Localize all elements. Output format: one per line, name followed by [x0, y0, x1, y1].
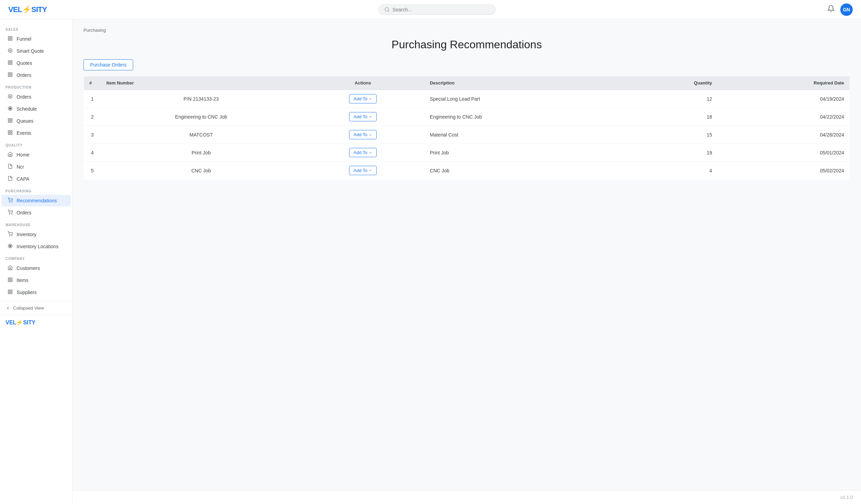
recommendations-table: # Item Number Actions Description Quanti… [83, 76, 850, 180]
svg-rect-19 [8, 119, 9, 120]
sidebar-item-queues[interactable]: Queues [1, 115, 71, 127]
sidebar-section-warehouse: WAREHOUSE [0, 219, 72, 228]
add-to-button[interactable]: Add To [349, 166, 377, 175]
svg-rect-25 [8, 133, 9, 134]
search-input[interactable] [393, 7, 490, 12]
row-required-date: 04/22/2024 [718, 108, 850, 126]
svg-rect-22 [10, 121, 12, 122]
svg-point-30 [11, 214, 12, 214]
sidebar-item-recommendations[interactable]: Recommendations [1, 195, 71, 206]
table-row: 3 MATCOST Add To Material Cost 15 04/28/… [84, 126, 850, 144]
svg-point-0 [385, 8, 389, 11]
capa-icon [7, 176, 13, 182]
sidebar-item-label: Smart Quote [17, 48, 44, 54]
row-action: Add To [301, 144, 424, 162]
items-icon [7, 277, 13, 283]
svg-point-34 [9, 245, 11, 247]
add-to-button[interactable]: Add To [349, 148, 377, 157]
svg-rect-7 [8, 61, 9, 62]
sidebar-item-orders[interactable]: Orders [1, 69, 71, 81]
sidebar-item-events[interactable]: Events [1, 127, 71, 139]
row-description: Material Cost [424, 126, 625, 144]
sidebar-item-smart-quote[interactable]: Smart Quote [1, 45, 71, 57]
table-body: 1 P/N 2134133-23 Add To Special Long Lea… [84, 90, 850, 180]
collapsed-view-button[interactable]: Collapsed View [0, 301, 72, 315]
purchasing-orders-icon [7, 210, 13, 216]
col-num: # [84, 76, 101, 90]
row-action: Add To [301, 108, 424, 126]
add-to-button[interactable]: Add To [349, 112, 377, 121]
sidebar-item-schedule[interactable]: Schedule [1, 103, 71, 115]
svg-point-15 [8, 94, 12, 98]
search-bar[interactable] [378, 4, 496, 15]
sidebar-item-quotes[interactable]: Quotes [1, 57, 71, 69]
add-to-button[interactable]: Add To [349, 130, 377, 139]
svg-rect-41 [8, 292, 9, 294]
sidebar-item-inventory-locations[interactable]: Inventory Locations [1, 241, 71, 252]
sidebar-item-production-orders[interactable]: Orders [1, 91, 71, 103]
row-num: 5 [84, 162, 101, 180]
sidebar-item-capa[interactable]: CAPA [1, 173, 71, 185]
row-num: 1 [84, 90, 101, 108]
sidebar-section-company: COMPANY [0, 253, 72, 262]
notification-icon[interactable] [827, 5, 835, 14]
add-to-button[interactable]: Add To [349, 94, 377, 103]
svg-point-5 [8, 49, 12, 52]
table-row: 1 P/N 2134133-23 Add To Special Long Lea… [84, 90, 850, 108]
svg-point-27 [9, 202, 10, 202]
row-required-date: 05/01/2024 [718, 144, 850, 162]
sidebar-item-purchasing-orders[interactable]: Orders [1, 207, 71, 219]
svg-rect-9 [8, 63, 9, 64]
svg-rect-21 [8, 121, 9, 122]
svg-rect-11 [8, 73, 9, 74]
sidebar-item-customers[interactable]: Customers [1, 262, 71, 274]
row-num: 4 [84, 144, 101, 162]
queues-icon [7, 118, 13, 124]
col-quantity: Quantity [625, 76, 718, 90]
sidebar-section-quality: QUALITY [0, 139, 72, 149]
table-row: 2 Engineering to CNC Job Add To Engineer… [84, 108, 850, 126]
svg-rect-13 [8, 75, 9, 77]
table-row: 4 Print Job Add To Print Job 19 05/01/20… [84, 144, 850, 162]
orders-icon [7, 72, 13, 78]
smart-quote-icon [7, 48, 13, 54]
sidebar-item-label: Ncr [17, 164, 24, 170]
sidebar: SALES Funnel Smart Quote Quotes Orders P… [0, 19, 72, 504]
svg-rect-38 [10, 280, 12, 282]
sidebar-item-label: Orders [17, 94, 31, 100]
sidebar-item-suppliers[interactable]: Suppliers [1, 286, 71, 298]
avatar[interactable]: GN [840, 3, 853, 16]
sidebar-item-label: Home [17, 152, 29, 158]
sidebar-item-items[interactable]: Items [1, 274, 71, 286]
top-header: VEL ⚡ SITY GN [0, 0, 861, 19]
sidebar-item-funnel[interactable]: Funnel [1, 33, 71, 45]
svg-rect-14 [10, 75, 12, 77]
col-required-date: Required Date [718, 76, 850, 90]
col-description: Description [424, 76, 625, 90]
page-title: Purchasing Recommendations [83, 38, 850, 51]
sidebar-section-production: PRODUCTION [0, 81, 72, 91]
sidebar-item-quality-home[interactable]: Home [1, 149, 71, 161]
sidebar-item-label: Orders [17, 210, 31, 215]
inventory-icon [7, 231, 13, 238]
sidebar-item-label: Funnel [17, 36, 31, 42]
sidebar-item-label: Inventory [17, 232, 37, 237]
svg-rect-3 [8, 39, 9, 40]
sidebar-item-label: Customers [17, 265, 40, 271]
row-quantity: 18 [625, 108, 718, 126]
svg-point-32 [11, 236, 12, 236]
svg-rect-2 [10, 37, 12, 38]
row-item-number: Engineering to CNC Job [101, 108, 301, 126]
sidebar-item-ncr[interactable]: Ncr [1, 161, 71, 173]
sidebar-item-label: Orders [17, 72, 31, 78]
row-description: Print Job [424, 144, 625, 162]
row-quantity: 19 [625, 144, 718, 162]
row-description: Special Long Lead Part [424, 90, 625, 108]
svg-rect-42 [10, 292, 12, 294]
row-quantity: 12 [625, 90, 718, 108]
sidebar-item-inventory[interactable]: Inventory [1, 229, 71, 240]
tab-bar: Purchase Orders [83, 59, 850, 70]
purchase-orders-tab[interactable]: Purchase Orders [83, 59, 133, 70]
svg-rect-36 [10, 278, 12, 279]
row-quantity: 4 [625, 162, 718, 180]
